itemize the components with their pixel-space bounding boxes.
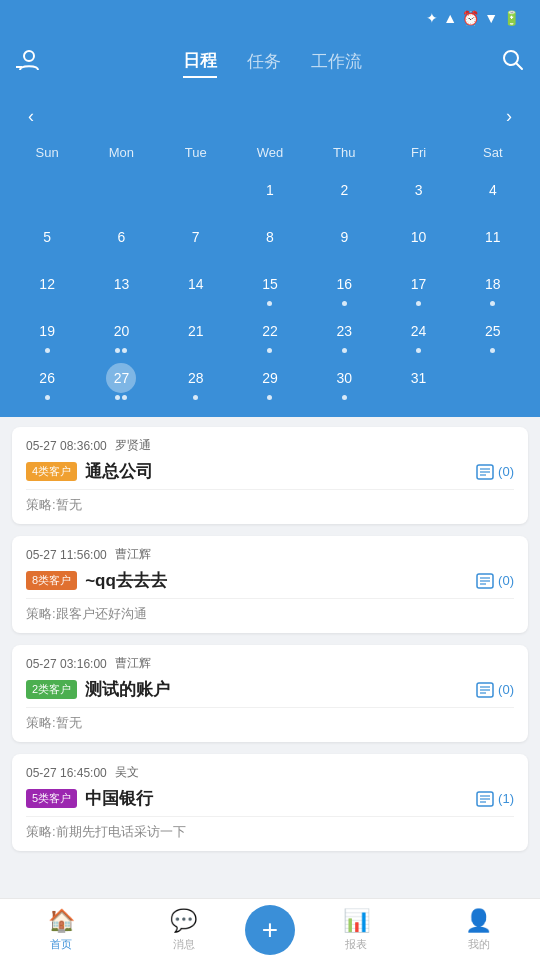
event-name: 通总公司 bbox=[85, 460, 153, 483]
cal-day-21[interactable]: 21 bbox=[159, 311, 233, 356]
event-header: 05-27 11:56:00 曹江辉 bbox=[26, 546, 514, 563]
cal-day-13[interactable]: 13 bbox=[84, 264, 158, 309]
cal-day-12[interactable]: 12 bbox=[10, 264, 84, 309]
cal-day-9[interactable]: 9 bbox=[307, 217, 381, 262]
tab-schedule[interactable]: 日程 bbox=[183, 49, 217, 78]
cal-day-22[interactable]: 22 bbox=[233, 311, 307, 356]
note-count: (0) bbox=[498, 464, 514, 479]
dow-tue: Tue bbox=[159, 141, 233, 164]
nav-home-label: 首页 bbox=[50, 937, 72, 952]
tab-task[interactable]: 任务 bbox=[247, 50, 281, 77]
cal-day-14[interactable]: 14 bbox=[159, 264, 233, 309]
event-time: 05-27 08:36:00 bbox=[26, 439, 107, 453]
cal-day-empty bbox=[10, 170, 84, 215]
cal-day-7[interactable]: 7 bbox=[159, 217, 233, 262]
event-name: ~qq去去去 bbox=[85, 569, 167, 592]
event-note-icon[interactable]: (1) bbox=[476, 791, 514, 807]
nav-home[interactable]: 🏠 首页 bbox=[0, 908, 123, 952]
nav-message[interactable]: 💬 消息 bbox=[123, 908, 246, 952]
nav-report[interactable]: 📊 报表 bbox=[295, 908, 418, 952]
bottom-nav: 🏠 首页 💬 消息 + 📊 报表 👤 我的 bbox=[0, 898, 540, 960]
event-note-icon[interactable]: (0) bbox=[476, 464, 514, 480]
cal-day-29[interactable]: 29 bbox=[233, 358, 307, 403]
event-note-icon[interactable]: (0) bbox=[476, 573, 514, 589]
cal-day-6[interactable]: 6 bbox=[84, 217, 158, 262]
dow-wed: Wed bbox=[233, 141, 307, 164]
event-name: 中国银行 bbox=[85, 787, 153, 810]
cal-day-5[interactable]: 5 bbox=[10, 217, 84, 262]
cal-day-26[interactable]: 26 bbox=[10, 358, 84, 403]
cal-day-19[interactable]: 19 bbox=[10, 311, 84, 356]
next-month-button[interactable]: › bbox=[498, 102, 520, 131]
cal-day-11[interactable]: 11 bbox=[456, 217, 530, 262]
cal-day-20[interactable]: 20 bbox=[84, 311, 158, 356]
header: 日程 任务 工作流 bbox=[0, 36, 540, 90]
cal-day-18[interactable]: 18 bbox=[456, 264, 530, 309]
event-tag: 5类客户 bbox=[26, 789, 77, 808]
message-icon: 💬 bbox=[170, 908, 197, 934]
event-card[interactable]: 05-27 11:56:00 曹江辉 8类客户 ~qq去去去 (0) 策略:跟客… bbox=[12, 536, 528, 633]
nav-message-label: 消息 bbox=[173, 937, 195, 952]
event-card[interactable]: 05-27 08:36:00 罗贤通 4类客户 通总公司 (0) 策略:暂无 bbox=[12, 427, 528, 524]
status-bar: ✦ ▲ ⏰ ▼ 🔋 bbox=[0, 0, 540, 36]
event-name: 测试的账户 bbox=[85, 678, 170, 701]
event-time: 05-27 11:56:00 bbox=[26, 548, 107, 562]
cal-day-27[interactable]: 27 bbox=[84, 358, 158, 403]
note-count: (0) bbox=[498, 573, 514, 588]
event-title-left: 5类客户 中国银行 bbox=[26, 787, 153, 810]
cal-day-25[interactable]: 25 bbox=[456, 311, 530, 356]
calendar: ‹ › Sun Mon Tue Wed Thu Fri Sat 12345678… bbox=[0, 90, 540, 417]
cal-day-8[interactable]: 8 bbox=[233, 217, 307, 262]
cal-day-30[interactable]: 30 bbox=[307, 358, 381, 403]
event-tag: 8类客户 bbox=[26, 571, 77, 590]
event-header: 05-27 03:16:00 曹江辉 bbox=[26, 655, 514, 672]
dow-mon: Mon bbox=[84, 141, 158, 164]
event-title-row: 8类客户 ~qq去去去 (0) bbox=[26, 569, 514, 592]
tab-workflow[interactable]: 工作流 bbox=[311, 50, 362, 77]
cal-day-2[interactable]: 2 bbox=[307, 170, 381, 215]
cal-day-16[interactable]: 16 bbox=[307, 264, 381, 309]
event-tag: 2类客户 bbox=[26, 680, 77, 699]
cal-day-10[interactable]: 10 bbox=[381, 217, 455, 262]
cal-day-empty bbox=[84, 170, 158, 215]
battery-icon: 🔋 bbox=[503, 10, 520, 26]
event-card[interactable]: 05-27 03:16:00 曹江辉 2类客户 测试的账户 (0) 策略:暂无 bbox=[12, 645, 528, 742]
event-strategy: 策略:暂无 bbox=[26, 707, 514, 732]
dow-fri: Fri bbox=[381, 141, 455, 164]
cal-day-31[interactable]: 31 bbox=[381, 358, 455, 403]
event-header: 05-27 08:36:00 罗贤通 bbox=[26, 437, 514, 454]
wifi-icon: ▼ bbox=[484, 10, 498, 26]
user-icon[interactable] bbox=[16, 47, 42, 79]
event-strategy: 策略:跟客户还好沟通 bbox=[26, 598, 514, 623]
cal-day-28[interactable]: 28 bbox=[159, 358, 233, 403]
event-time: 05-27 16:45:00 bbox=[26, 766, 107, 780]
cal-day-15[interactable]: 15 bbox=[233, 264, 307, 309]
calendar-grid: 1234567891011121314151617181920212223242… bbox=[10, 170, 530, 403]
cal-day-17[interactable]: 17 bbox=[381, 264, 455, 309]
event-card[interactable]: 05-27 16:45:00 吴文 5类客户 中国银行 (1) 策略:前期先打电… bbox=[12, 754, 528, 851]
dow-thu: Thu bbox=[307, 141, 381, 164]
report-icon: 📊 bbox=[343, 908, 370, 934]
nav-mine[interactable]: 👤 我的 bbox=[418, 908, 541, 952]
dow-sat: Sat bbox=[456, 141, 530, 164]
event-note-icon[interactable]: (0) bbox=[476, 682, 514, 698]
cal-day-empty bbox=[456, 358, 530, 403]
search-icon[interactable] bbox=[502, 49, 524, 77]
cal-day-empty bbox=[159, 170, 233, 215]
event-person: 曹江辉 bbox=[115, 546, 151, 563]
events-list: 05-27 08:36:00 罗贤通 4类客户 通总公司 (0) 策略:暂无 0… bbox=[0, 417, 540, 873]
cal-day-24[interactable]: 24 bbox=[381, 311, 455, 356]
svg-line-3 bbox=[516, 63, 522, 69]
event-person: 曹江辉 bbox=[115, 655, 151, 672]
event-title-left: 8类客户 ~qq去去去 bbox=[26, 569, 167, 592]
note-count: (0) bbox=[498, 682, 514, 697]
event-title-left: 4类客户 通总公司 bbox=[26, 460, 153, 483]
cal-day-23[interactable]: 23 bbox=[307, 311, 381, 356]
cal-day-1[interactable]: 1 bbox=[233, 170, 307, 215]
event-time: 05-27 03:16:00 bbox=[26, 657, 107, 671]
note-count: (1) bbox=[498, 791, 514, 806]
cal-day-3[interactable]: 3 bbox=[381, 170, 455, 215]
prev-month-button[interactable]: ‹ bbox=[20, 102, 42, 131]
add-button[interactable]: + bbox=[245, 905, 295, 955]
cal-day-4[interactable]: 4 bbox=[456, 170, 530, 215]
